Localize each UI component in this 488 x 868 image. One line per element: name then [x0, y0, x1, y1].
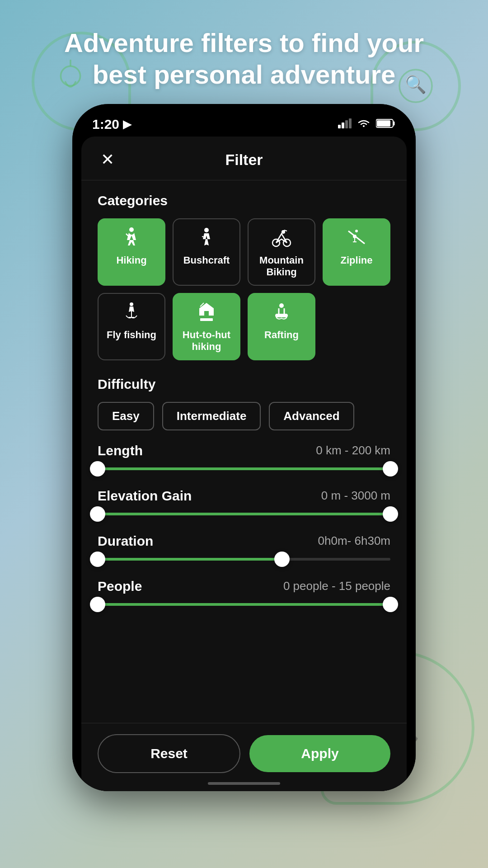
- categories-grid-row2: Fly fishing Hut-to-: [98, 293, 390, 360]
- phone-screen: 1:20 ▶: [72, 104, 416, 791]
- categories-grid-row1: Hiking Bushcraft: [98, 218, 390, 286]
- people-header: People 0 people - 15 people: [98, 579, 390, 594]
- length-fill: [98, 467, 390, 470]
- category-fly-fishing[interactable]: Fly fishing: [98, 293, 165, 360]
- time-display: 1:20: [92, 117, 119, 132]
- category-bushcraft[interactable]: Bushcraft: [173, 218, 240, 286]
- elevation-value: 0 m - 3000 m: [321, 489, 390, 503]
- svg-point-13: [204, 228, 209, 232]
- elevation-thumb-left[interactable]: [90, 506, 105, 522]
- category-rafting[interactable]: Rafting: [248, 293, 315, 360]
- battery-icon: [376, 117, 396, 132]
- svg-rect-5: [338, 125, 341, 128]
- length-section: Length 0 km - 200 km: [81, 430, 407, 470]
- filter-title: Filter: [117, 151, 371, 169]
- people-value: 0 people - 15 people: [283, 579, 390, 593]
- length-header: Length 0 km - 200 km: [98, 443, 390, 458]
- duration-section: Duration 0h0m- 6h30m: [81, 519, 407, 561]
- category-zipline[interactable]: Zipline: [323, 218, 390, 286]
- filter-header: ✕ Filter: [81, 137, 407, 180]
- duration-header: Duration 0h0m- 6h30m: [98, 533, 390, 549]
- elevation-fill: [98, 513, 390, 515]
- hiking-label: Hiking: [116, 255, 146, 266]
- svg-rect-23: [204, 311, 209, 316]
- length-thumb-left[interactable]: [90, 461, 105, 476]
- hiking-icon: [122, 227, 141, 250]
- header-title: Adventure filters to find your best pers…: [0, 27, 488, 90]
- status-time: 1:20 ▶: [92, 117, 131, 132]
- elevation-section: Elevation Gain 0 m - 3000 m: [81, 474, 407, 515]
- home-indicator: [208, 782, 280, 785]
- people-thumb-left[interactable]: [90, 597, 105, 612]
- elevation-header: Elevation Gain 0 m - 3000 m: [98, 488, 390, 504]
- people-section: People 0 people - 15 people: [81, 564, 407, 606]
- hut-hiking-label: Hut-to-hut hiking: [178, 329, 235, 353]
- bushcraft-label: Bushcraft: [183, 255, 230, 266]
- svg-rect-6: [342, 123, 344, 128]
- rafting-icon: [272, 302, 291, 325]
- category-hut-hiking[interactable]: Hut-to-hut hiking: [173, 293, 240, 360]
- zipline-icon: [347, 227, 366, 250]
- length-value: 0 km - 200 km: [316, 443, 390, 458]
- category-hiking[interactable]: Hiking: [98, 218, 165, 286]
- people-track[interactable]: [98, 603, 390, 606]
- difficulty-section: Difficulty Easy Intermediate Advanced: [81, 364, 407, 430]
- filter-modal: ✕ Filter Categories: [81, 137, 407, 783]
- phone-shell: 1:20 ▶: [72, 104, 416, 791]
- fly-fishing-label: Fly fishing: [107, 329, 156, 341]
- duration-label: Duration: [98, 533, 153, 549]
- elevation-thumb-right[interactable]: [383, 506, 398, 522]
- hut-hiking-icon: [197, 302, 216, 325]
- duration-thumb-left[interactable]: [90, 552, 105, 567]
- people-label: People: [98, 579, 142, 594]
- svg-rect-24: [200, 318, 213, 321]
- difficulty-intermediate[interactable]: Intermediate: [162, 402, 261, 430]
- location-icon: ▶: [123, 118, 131, 131]
- categories-section: Categories: [81, 180, 407, 360]
- category-mountain-biking[interactable]: Mountain Biking: [248, 218, 315, 286]
- svg-point-25: [279, 303, 284, 308]
- svg-rect-7: [345, 120, 348, 128]
- length-label: Length: [98, 443, 143, 458]
- elevation-label: Elevation Gain: [98, 488, 192, 504]
- duration-track[interactable]: [98, 558, 390, 561]
- difficulty-easy[interactable]: Easy: [98, 402, 154, 430]
- duration-value: 0h0m- 6h30m: [318, 534, 390, 548]
- people-fill: [98, 603, 390, 606]
- status-icons: [338, 117, 396, 132]
- svg-point-11: [129, 227, 134, 232]
- difficulty-advanced[interactable]: Advanced: [269, 402, 354, 430]
- duration-fill: [98, 558, 282, 561]
- reset-button[interactable]: Reset: [98, 734, 240, 773]
- fly-fishing-icon: [122, 302, 141, 325]
- rafting-label: Rafting: [264, 329, 299, 341]
- notch: [199, 104, 289, 122]
- scrollable-content[interactable]: Categories: [81, 180, 407, 764]
- close-button[interactable]: ✕: [98, 150, 117, 169]
- duration-thumb-right[interactable]: [274, 552, 290, 567]
- mountain-biking-icon: [272, 227, 291, 250]
- zipline-label: Zipline: [341, 255, 373, 266]
- svg-point-20: [355, 230, 358, 232]
- length-track[interactable]: [98, 467, 390, 470]
- length-thumb-right[interactable]: [383, 461, 398, 476]
- difficulty-label: Difficulty: [98, 377, 390, 392]
- svg-rect-26: [275, 314, 288, 317]
- difficulty-options: Easy Intermediate Advanced: [98, 402, 390, 430]
- wifi-icon: [357, 117, 371, 132]
- apply-button[interactable]: Apply: [249, 735, 390, 772]
- bottom-bar: Reset Apply: [81, 723, 407, 783]
- signal-icon: [338, 117, 352, 132]
- categories-label: Categories: [98, 193, 390, 208]
- elevation-track[interactable]: [98, 513, 390, 515]
- bushcraft-icon: [197, 227, 216, 250]
- svg-rect-8: [349, 118, 352, 128]
- svg-point-21: [130, 302, 133, 306]
- svg-rect-10: [377, 120, 390, 127]
- people-thumb-right[interactable]: [383, 597, 398, 612]
- mountain-biking-label: Mountain Biking: [253, 255, 310, 278]
